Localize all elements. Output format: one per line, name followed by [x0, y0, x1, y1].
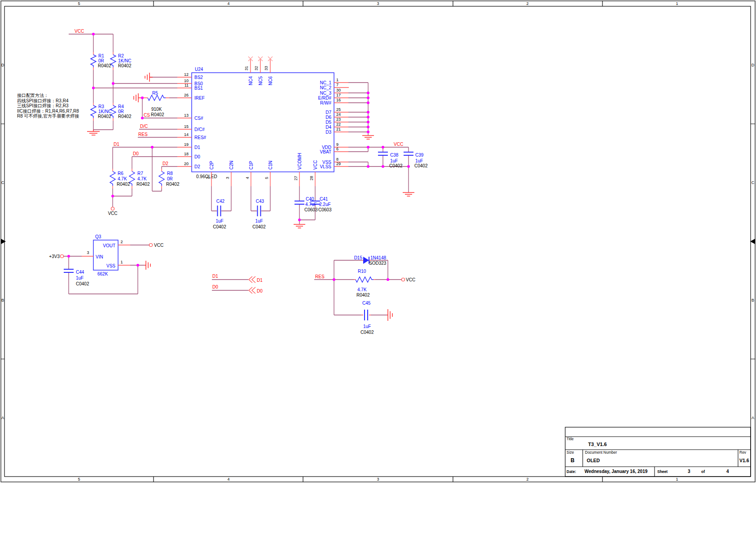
refdes: U24: [195, 67, 203, 72]
pin-name: RES#: [194, 135, 207, 140]
pin-name: D/C#: [194, 127, 205, 132]
refdes: C45: [362, 301, 371, 306]
pin-number: 24: [336, 112, 341, 117]
power-port-vcc[interactable]: [149, 244, 153, 247]
resistor-R10-symbol[interactable]: [356, 277, 374, 282]
resistor-R7-symbol[interactable]: [129, 171, 135, 186]
capacitor-C38-symbol[interactable]: [378, 152, 388, 155]
zone-col-label: 5: [78, 477, 80, 481]
junction-dot: [141, 117, 144, 119]
pin-number: 16: [336, 98, 341, 102]
footprint: R0402: [166, 182, 180, 187]
pin-name: CS#: [194, 116, 203, 121]
resistor-R2-symbol[interactable]: [110, 55, 116, 67]
pin-number: 3: [87, 250, 89, 255]
pin-number: 1: [336, 78, 338, 82]
footprint: C0402: [252, 224, 266, 229]
value: 2.2uF: [319, 202, 331, 207]
power-port-vcc[interactable]: [111, 207, 114, 210]
iref-cs-dc-res-network[interactable]: R5 910K R0402 CS D/C RES: [134, 91, 177, 137]
resistor-R3-symbol[interactable]: [91, 105, 96, 118]
pin-number: 8: [336, 157, 338, 162]
refdes: C44: [76, 270, 84, 275]
capacitor-C43-symbol[interactable]: [258, 206, 261, 216]
power-port-vcc[interactable]: [402, 278, 405, 281]
right-bus-network[interactable]: [348, 83, 374, 139]
pin-name: NC_3: [320, 91, 331, 96]
offpage-chevron-icon[interactable]: [249, 287, 255, 293]
frame-inner-border: [4, 6, 751, 477]
footprint: R0402: [98, 63, 111, 68]
pin-number: 18: [184, 152, 189, 156]
schematic-page: 5 4 3 2 1 5 4 3 2 1 D C B A D C B A 接口配置…: [0, 0, 756, 534]
docnum-value: OLED: [587, 458, 600, 463]
pin-name: NC_1: [320, 80, 331, 85]
capacitor-C42-symbol[interactable]: [218, 206, 221, 216]
net-label-cs: CS: [144, 113, 150, 118]
zone-row-label: C: [752, 180, 755, 185]
pin-name: NC5: [258, 76, 263, 85]
power-port-3v3[interactable]: [61, 255, 64, 258]
ground-symbol: [387, 309, 392, 321]
power-port-label: VCC: [406, 277, 415, 282]
frame-left-arrow-icon: [1, 239, 6, 244]
offpage-chevron-icon[interactable]: [249, 276, 255, 283]
bs-config-network[interactable]: VCC R1 0R R0402 R2 1K/NC R0402 R3 1K/NC …: [69, 29, 177, 135]
pin-number: 10: [184, 79, 189, 83]
offpage-connectors[interactable]: D1 D1 D0 D0: [212, 274, 263, 293]
resistor-R8-symbol[interactable]: [159, 171, 164, 186]
footprint: C0402: [414, 163, 428, 168]
capacitor-C45-symbol[interactable]: [365, 310, 368, 320]
value: 0R: [167, 176, 173, 181]
data-line-pullups[interactable]: D1 D0 D2 R6 4.7K R0402 R7 4.7K R0402 R8 …: [108, 142, 179, 216]
junction-dot: [111, 195, 114, 197]
capacitor-C40-symbol[interactable]: [294, 201, 304, 204]
footprint: R0402: [98, 114, 111, 119]
footprint: SOD323: [369, 261, 387, 266]
value: 4.7K: [137, 176, 147, 181]
pin-number: 11: [185, 83, 189, 88]
value: 0R: [118, 109, 124, 114]
junction-dot: [367, 96, 369, 99]
pin-name: D0: [194, 154, 200, 159]
value: 0R: [98, 58, 104, 63]
refdes: C43: [256, 199, 264, 204]
net-label-dc: D/C: [140, 124, 148, 129]
pin-name: NC6: [268, 76, 273, 85]
rev-label: Rev: [739, 450, 747, 455]
charge-pump-caps[interactable]: C42 1uF C0402 C43 1uF C0402 C40 4.7uF C0…: [211, 186, 332, 229]
pin-number: 14: [184, 132, 189, 137]
date-value: Wednesday, January 16, 2019: [585, 469, 648, 474]
pin-name: E/RD#: [318, 96, 332, 101]
capacitor-C44-symbol[interactable]: [64, 269, 74, 272]
vdd-decoupling-network[interactable]: VCC C38 1uF C0402 C39 1uF C0402: [348, 142, 428, 196]
ground-symbol-r5: [134, 93, 141, 102]
value: 910K: [151, 107, 162, 112]
pin-number: 33: [264, 66, 268, 70]
ic-U24[interactable]: U24 0.96OLED 12 10 11 26 13 15 14 19 18 …: [177, 57, 349, 186]
junction-dot: [112, 82, 114, 85]
pin-number: 25: [336, 107, 341, 112]
junction-dot: [298, 219, 301, 221]
pin-number: 32: [254, 66, 259, 70]
junction-dot: [367, 101, 369, 104]
docnum-label: Document Number: [585, 450, 617, 455]
size-value: B: [571, 457, 575, 464]
ic-U24-body[interactable]: [192, 73, 334, 172]
pin-number: 19: [184, 142, 189, 147]
resistor-R1-symbol[interactable]: [91, 55, 96, 67]
regulator-Q3[interactable]: Q3 662K VOUT VIN VSS 2 3 1 C44 1uF C0402…: [49, 234, 163, 294]
pin-number: 2: [120, 240, 123, 244]
value: 4.7K: [118, 176, 127, 181]
pin-number: 27: [294, 176, 298, 180]
capacitor-C39-symbol[interactable]: [404, 152, 413, 155]
offpage-label-d0: D0: [257, 289, 263, 293]
pin-name: D6: [325, 115, 331, 120]
reset-network[interactable]: RES D15 1N4148 SOD323 R10 4.7K R0402 C45…: [314, 255, 415, 335]
resistor-R6-symbol[interactable]: [110, 171, 115, 186]
junction-dot: [333, 278, 335, 281]
junction-dot: [151, 146, 154, 149]
wires: [138, 98, 177, 137]
resistor-R5-symbol[interactable]: [148, 95, 166, 101]
diode-D15-symbol[interactable]: [363, 257, 369, 264]
